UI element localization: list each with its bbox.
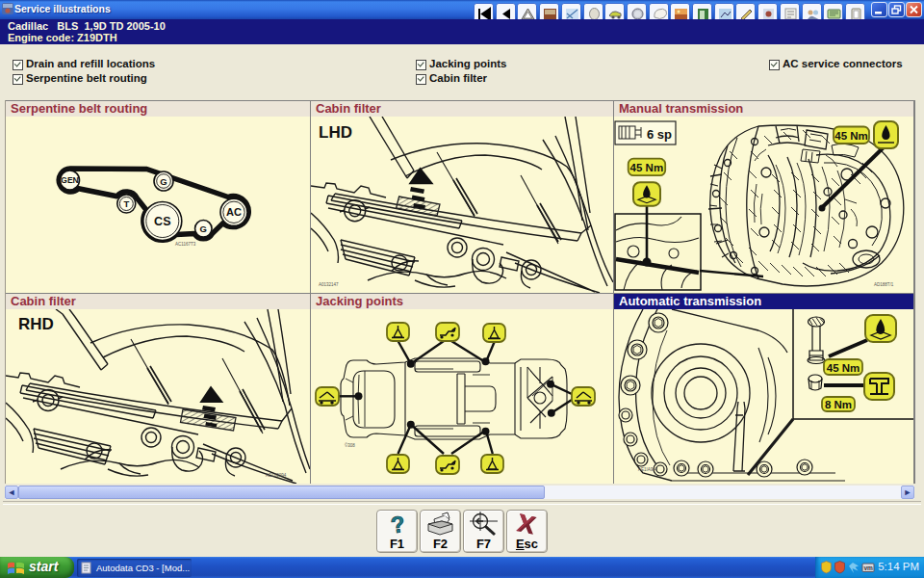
svg-text:AD180094: AD180094	[266, 473, 287, 478]
svg-text:45 Nm: 45 Nm	[630, 162, 664, 173]
svg-text:©308: ©308	[345, 442, 355, 448]
svg-text:CS: CS	[154, 215, 170, 228]
svg-text:GEN: GEN	[61, 175, 78, 185]
svg-text:A0132147: A0132147	[319, 282, 339, 287]
svg-text:AD188T/1: AD188T/1	[874, 282, 894, 287]
svg-text:G: G	[200, 223, 207, 234]
svg-text:AE1IA9f4: AE1IA9f4	[638, 467, 657, 472]
svg-text:?: ?	[389, 512, 406, 539]
svg-text:vm: vm	[864, 565, 874, 571]
svg-text:G: G	[160, 176, 167, 187]
svg-text:AC: AC	[226, 206, 242, 218]
svg-text:AC1167T3: AC1167T3	[175, 242, 196, 247]
svg-text:LHD: LHD	[319, 123, 352, 142]
svg-text:8 Nm: 8 Nm	[825, 399, 852, 410]
svg-text:RHD: RHD	[18, 315, 54, 333]
svg-text:6 sp: 6 sp	[647, 127, 672, 142]
svg-text:45 Nm: 45 Nm	[834, 130, 868, 142]
svg-text:T: T	[123, 198, 129, 209]
svg-text:45 Nm: 45 Nm	[827, 362, 860, 374]
